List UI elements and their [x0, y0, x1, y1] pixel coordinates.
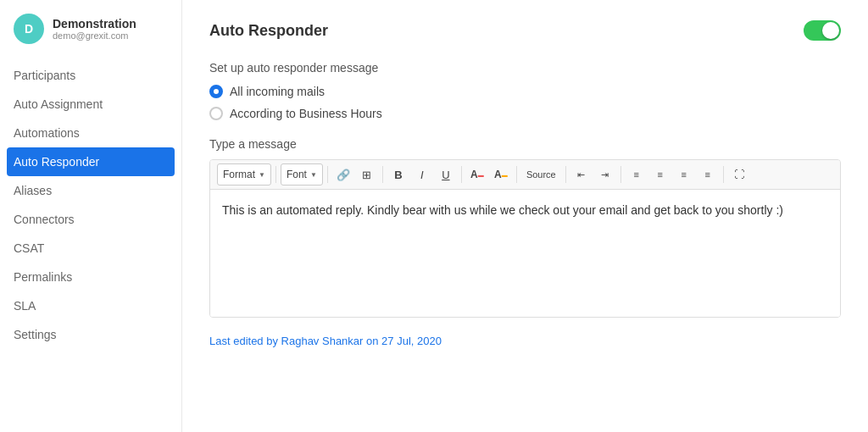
- org-name: Demonstration: [53, 17, 136, 30]
- highlight-button[interactable]: A▬: [490, 163, 512, 186]
- align-left-button[interactable]: ≡: [626, 163, 648, 186]
- sidebar-item-sla[interactable]: SLA: [0, 291, 181, 320]
- font-color-button[interactable]: A▬: [466, 163, 488, 186]
- divider-5: [516, 166, 517, 183]
- radio-label-all-incoming: All incoming mails: [230, 85, 325, 98]
- italic-button[interactable]: I: [411, 163, 433, 186]
- format-select[interactable]: Format ▼: [217, 163, 271, 186]
- setup-label: Set up auto responder message: [209, 61, 841, 75]
- bold-button[interactable]: B: [387, 163, 409, 186]
- sidebar-item-settings[interactable]: Settings: [0, 320, 181, 349]
- radio-circle-business-hours: [209, 107, 223, 120]
- align-right-button[interactable]: ≡: [673, 163, 695, 186]
- link-button[interactable]: 🔗: [332, 163, 354, 186]
- format-select-arrow: ▼: [259, 171, 265, 179]
- table-button[interactable]: ⊞: [356, 163, 378, 186]
- underline-button[interactable]: U: [435, 163, 457, 186]
- sidebar-item-automations[interactable]: Automations: [0, 119, 181, 147]
- radio-label-business-hours: According to Business Hours: [230, 107, 382, 120]
- sidebar-item-auto-responder[interactable]: Auto Responder: [7, 147, 175, 176]
- type-message-label: Type a message: [209, 137, 841, 151]
- radio-all-incoming[interactable]: All incoming mails: [209, 85, 841, 98]
- sidebar-item-csat[interactable]: CSAT: [0, 234, 181, 263]
- page-header: Auto Responder: [209, 20, 841, 41]
- radio-business-hours[interactable]: According to Business Hours: [209, 107, 841, 120]
- divider-6: [565, 166, 566, 183]
- radio-circle-all-incoming: [209, 85, 223, 98]
- avatar: D: [14, 14, 44, 44]
- sidebar-item-aliases[interactable]: Aliases: [0, 176, 181, 205]
- align-center-button[interactable]: ≡: [649, 163, 671, 186]
- sidebar-header: D Demonstration demo@grexit.com: [0, 14, 181, 61]
- divider-8: [723, 166, 724, 183]
- font-select[interactable]: Font ▼: [281, 163, 323, 186]
- sidebar-item-participants[interactable]: Participants: [0, 61, 181, 90]
- format-btn-1[interactable]: ⇤: [570, 163, 593, 186]
- divider-1: [275, 166, 276, 183]
- sidebar-item-auto-assignment[interactable]: Auto Assignment: [0, 90, 181, 119]
- sidebar-org-info: Demonstration demo@grexit.com: [53, 17, 136, 41]
- align-justify-button[interactable]: ≡: [697, 163, 719, 186]
- main-content: Auto Responder Set up auto responder mes…: [182, 0, 868, 432]
- auto-responder-toggle[interactable]: [804, 20, 841, 41]
- sidebar-item-permalinks[interactable]: Permalinks: [0, 263, 181, 291]
- editor-toolbar: Format ▼ Font ▼ 🔗 ⊞ B I U A▬: [210, 160, 840, 190]
- divider-4: [461, 166, 462, 183]
- radio-group: All incoming mails According to Business…: [209, 85, 841, 120]
- font-select-arrow: ▼: [310, 171, 317, 179]
- fullscreen-button[interactable]: ⛶: [728, 163, 750, 186]
- footer-note: Last edited by Raghav Shankar on 27 Jul,…: [209, 335, 841, 347]
- format-btn-2[interactable]: ⇥: [594, 163, 616, 186]
- sidebar-nav: Participants Auto Assignment Automations…: [0, 61, 181, 349]
- sidebar: D Demonstration demo@grexit.com Particip…: [0, 0, 182, 432]
- source-button[interactable]: Source: [521, 163, 561, 186]
- editor-container: Format ▼ Font ▼ 🔗 ⊞ B I U A▬: [209, 159, 841, 318]
- org-email: demo@grexit.com: [53, 30, 136, 41]
- divider-3: [382, 166, 383, 183]
- page-title: Auto Responder: [209, 22, 328, 40]
- divider-2: [327, 166, 328, 183]
- divider-7: [620, 166, 621, 183]
- editor-body[interactable]: This is an automated reply. Kindly bear …: [210, 190, 840, 317]
- sidebar-item-connectors[interactable]: Connectors: [0, 205, 181, 234]
